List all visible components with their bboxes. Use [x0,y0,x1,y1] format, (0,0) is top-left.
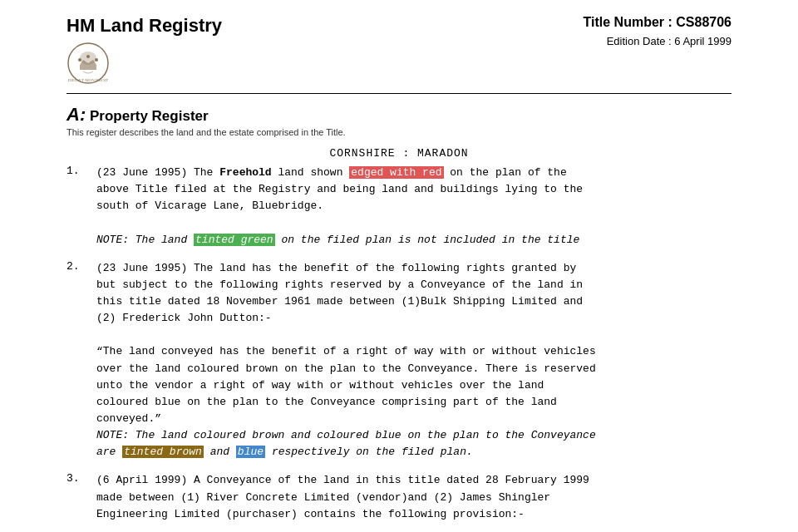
header-left: HM Land Registry DIEU ET MON DROIT [66,15,222,85]
location-line: CORNSHIRE : MARADON [0,139,798,165]
svg-point-4 [95,58,98,62]
section-letter: A: [66,104,86,125]
section-subtitle: This register describes the land and the… [66,127,732,137]
svg-text:DIEU ET MON DROIT: DIEU ET MON DROIT [68,78,109,82]
entry-num-1: 1. [66,165,96,249]
entry-num-2: 2. [66,260,96,461]
freehold-bold: Freehold [219,166,271,179]
entry-text-1: (23 June 1995) The Freehold land shown e… [96,165,732,249]
org-name: HM Land Registry [66,15,222,37]
royal-crest-icon: DIEU ET MON DROIT [66,42,110,85]
note-2: NOTE: The land coloured brown and colour… [96,429,596,458]
title-number-block: Title Number : CS88706 Edition Date : 6 … [584,15,732,47]
content-area: 1. (23 June 1995) The Freehold land show… [0,165,798,532]
tinted-green-highlight: tinted green [194,234,275,246]
page-header: HM Land Registry DIEU ET MON DROIT Title… [0,0,798,93]
entry-text-2: (23 June 1995) The land has the benefit … [96,260,732,461]
entry-3: 3. (6 April 1999) A Conveyance of the la… [66,472,732,532]
entry-1: 1. (23 June 1995) The Freehold land show… [66,165,732,249]
section-title: A: Property Register [66,104,732,126]
entry-2: 2. (23 June 1995) The land has the benef… [66,260,732,461]
title-number: Title Number : CS88706 [584,15,732,30]
edition-date: Edition Date : 6 April 1999 [584,35,732,47]
entry-num-3: 3. [66,472,96,532]
tinted-brown-highlight: tinted brown [122,446,204,458]
entry-text-3: (6 April 1999) A Conveyance of the land … [96,472,732,532]
quote-2: “The land conveyed has the benefit of a … [96,345,596,425]
svg-point-3 [86,55,90,58]
edged-with-red-highlight: edged with red [349,166,443,179]
blue-highlight: blue [236,446,265,458]
section-a-header: A: Property Register This register descr… [0,94,798,139]
note-1: NOTE: The land tinted green on the filed… [96,234,579,246]
svg-point-2 [78,58,81,62]
